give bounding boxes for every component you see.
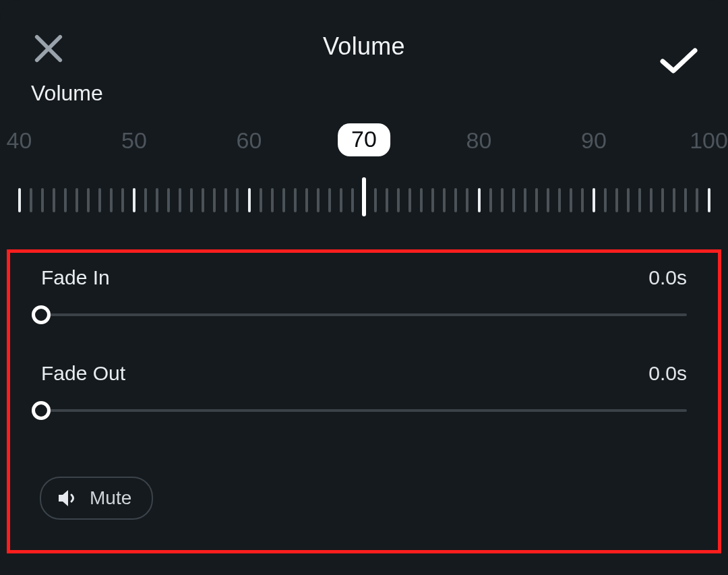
ruler-tick (593, 188, 595, 212)
ruler-tick (190, 188, 193, 212)
ruler-tick (213, 188, 216, 212)
fade-in-group: Fade In 0.0s Fade Out 0.0s (10, 253, 718, 468)
fade-out-row: Fade Out 0.0s (41, 362, 687, 385)
ruler-tick (478, 188, 481, 212)
ruler-tick (420, 188, 423, 212)
ruler-tick (121, 188, 124, 212)
ruler-label-70: 70 (338, 123, 390, 156)
ruler-label-60: 60 (237, 127, 262, 154)
panel-title: Volume (323, 32, 405, 61)
ruler-tick (615, 188, 618, 212)
fade-out-track (41, 409, 687, 412)
ruler-tick (512, 188, 515, 212)
ruler-tick (260, 188, 262, 212)
ruler-tick (30, 188, 32, 212)
ruler-tick (397, 188, 400, 212)
ruler-tick (144, 188, 147, 212)
ruler-label-100: 100 (690, 127, 728, 154)
fade-in-thumb[interactable] (32, 305, 51, 324)
ruler-tick (224, 188, 227, 212)
fade-out-label: Fade Out (41, 362, 125, 385)
ruler-tick (340, 188, 342, 212)
ruler-tick (638, 188, 641, 212)
ruler-tick (271, 188, 274, 212)
ruler-tick (317, 188, 320, 212)
ruler-tick (328, 188, 331, 212)
panel-header: Volume (0, 18, 728, 75)
ruler-label-50: 50 (121, 127, 147, 154)
ruler-tick (202, 188, 204, 212)
ruler-tick (18, 188, 21, 212)
ruler-tick (558, 188, 561, 212)
ruler-tick (581, 188, 584, 212)
ruler-tick (156, 188, 158, 212)
ruler-label-80: 80 (466, 127, 492, 154)
ruler-tick (179, 188, 181, 212)
ruler-tick (408, 188, 411, 212)
ruler-tick (75, 188, 78, 212)
ruler-tick (248, 188, 251, 212)
fade-out-thumb[interactable] (32, 401, 51, 420)
ruler-tick (443, 188, 446, 212)
ruler-tick (282, 188, 285, 212)
ruler-label-40: 40 (7, 127, 32, 154)
close-button[interactable] (30, 30, 67, 67)
ruler-tick (362, 177, 366, 216)
ruler-tick (351, 188, 354, 212)
ruler-tick (501, 188, 504, 212)
section-label-volume: Volume (0, 81, 728, 106)
ruler-tick (466, 188, 468, 212)
ruler-tick (386, 188, 388, 212)
volume-ruler[interactable]: 405060708090100 (0, 115, 728, 230)
ruler-tick-row (0, 184, 728, 216)
ruler-tick (454, 188, 457, 212)
ruler-tick (64, 188, 67, 212)
mute-label: Mute (90, 487, 131, 509)
ruler-tick (661, 188, 664, 212)
close-icon (33, 33, 64, 64)
speaker-icon (57, 489, 79, 508)
ruler-tick (673, 188, 675, 212)
ruler-tick (167, 188, 170, 212)
ruler-tick (110, 188, 113, 212)
ruler-tick (627, 188, 630, 212)
ruler-tick (684, 188, 687, 212)
ruler-tick (547, 188, 549, 212)
ruler-tick (41, 188, 44, 212)
ruler-number-row: 405060708090100 (0, 127, 728, 168)
ruler-tick (53, 188, 55, 212)
fade-out-slider[interactable] (41, 401, 687, 420)
ruler-tick (374, 188, 377, 212)
ruler-tick (236, 188, 239, 212)
fade-in-track (41, 313, 687, 316)
ruler-tick (98, 188, 101, 212)
fade-out-value: 0.0s (648, 362, 687, 385)
fade-in-value: 0.0s (648, 266, 687, 289)
ruler-tick (294, 188, 297, 212)
fade-in-label: Fade In (41, 266, 110, 289)
fade-in-row: Fade In 0.0s (41, 266, 687, 289)
check-icon (660, 47, 698, 73)
fade-highlight-box: Fade In 0.0s Fade Out 0.0s Mute (7, 249, 721, 553)
ruler-tick (524, 188, 526, 212)
ruler-tick (570, 188, 572, 212)
ruler-label-90: 90 (581, 127, 607, 154)
ruler-tick (650, 188, 653, 212)
ruler-tick (604, 188, 607, 212)
volume-panel: Volume Volume 405060708090100 Fade In 0.… (0, 0, 728, 575)
ruler-tick (431, 188, 434, 212)
ruler-tick (708, 188, 710, 212)
ruler-tick (87, 188, 90, 212)
ruler-tick (133, 188, 135, 212)
ruler-tick (489, 188, 492, 212)
fade-in-slider[interactable] (41, 305, 687, 324)
ruler-tick (305, 188, 308, 212)
ruler-tick (535, 188, 538, 212)
ruler-tick (696, 188, 698, 212)
mute-button[interactable]: Mute (40, 477, 153, 520)
confirm-button[interactable] (659, 40, 698, 80)
